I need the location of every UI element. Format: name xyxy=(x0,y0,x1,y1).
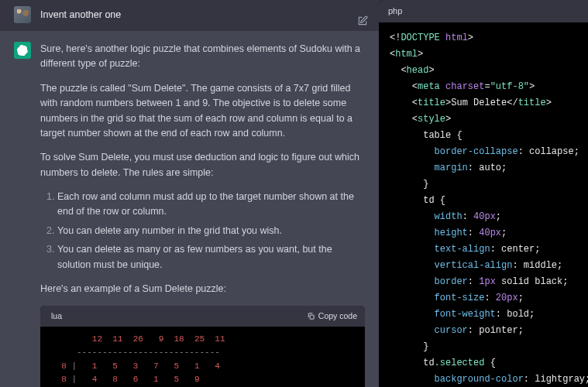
list-item: You can delete any number in the grid th… xyxy=(57,224,365,238)
assistant-avatar xyxy=(14,42,31,59)
inner-code-lang: lua xyxy=(51,310,62,322)
assistant-body: Sure, here's another logic puzzle that c… xyxy=(40,42,365,387)
assistant-para2: To solve Sum Delete, you must use deduct… xyxy=(40,150,365,180)
user-avatar xyxy=(14,6,31,23)
chat-pane: Invent another one Sure, here's another … xyxy=(0,0,379,387)
rules-list: Each row and column must add up to the t… xyxy=(45,190,365,272)
inner-code-block: lua Copy code 12 11 26 9 18 25 11 ------… xyxy=(40,306,365,387)
code-pane-lang: php xyxy=(379,0,588,22)
code-pane-content: <!DOCTYPE html> <html> <head> <meta char… xyxy=(379,22,588,387)
assistant-intro: Sure, here's another logic puzzle that c… xyxy=(40,42,365,72)
code-pane: php <!DOCTYPE html> <html> <head> <meta … xyxy=(379,0,588,387)
user-prompt-text: Invent another one xyxy=(40,6,365,22)
inner-code-header: lua Copy code xyxy=(40,306,365,326)
copy-icon xyxy=(307,312,315,320)
example-lead: Here's an example of a Sum Delete puzzle… xyxy=(40,282,365,296)
assistant-para1: The puzzle is called "Sum Delete". The g… xyxy=(40,81,365,142)
svg-rect-0 xyxy=(310,315,314,319)
copy-code-button[interactable]: Copy code xyxy=(307,310,357,322)
list-item: Each row and column must add up to the t… xyxy=(57,190,365,220)
user-message: Invent another one xyxy=(0,0,379,31)
assistant-message: Sure, here's another logic puzzle that c… xyxy=(0,31,379,387)
edit-icon[interactable] xyxy=(357,15,368,26)
list-item: You can delete as many or as few numbers… xyxy=(57,242,365,272)
inner-code-content: 12 11 26 9 18 25 11 --------------------… xyxy=(40,327,365,387)
copy-code-label: Copy code xyxy=(318,310,357,322)
